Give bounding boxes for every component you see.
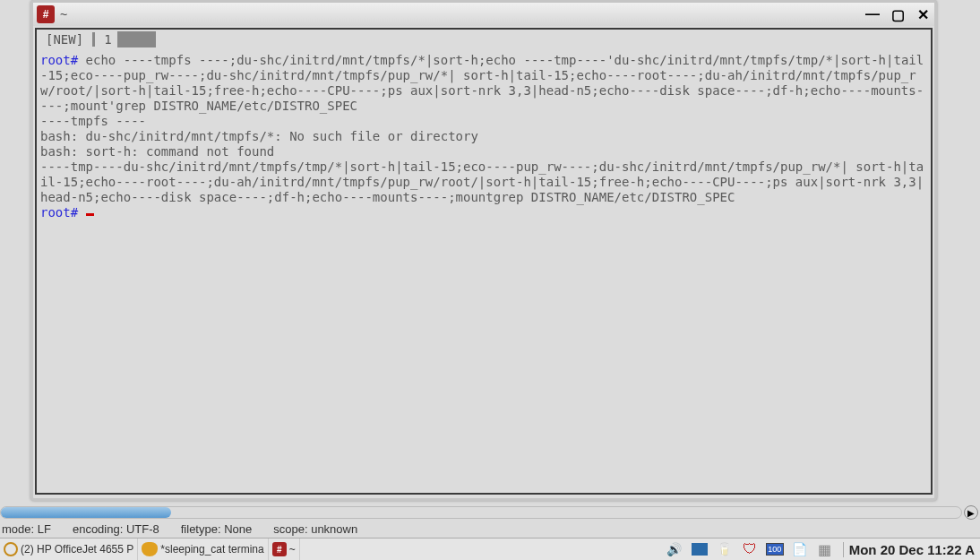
disk-icon[interactable]	[716, 541, 734, 557]
taskbar-item-terminal-2[interactable]: # ~	[269, 538, 300, 560]
status-mode: mode: LF	[2, 522, 51, 536]
scrollbar-thumb[interactable]	[1, 507, 171, 518]
terminal-icon: #	[272, 542, 287, 556]
close-button[interactable]: ✕	[915, 6, 931, 22]
tab-new-label: [NEW]	[40, 32, 89, 47]
app-icon: #	[37, 5, 55, 23]
system-tray: 100	[660, 541, 839, 557]
terminal-body[interactable]: root# echo ----tmpfs ----;du-shc/initrd/…	[37, 49, 931, 224]
taskbar-clock[interactable]: Mon 20 Dec 11:22 A	[843, 542, 980, 557]
battery-icon[interactable]: 100	[766, 541, 784, 557]
titlebar[interactable]: # ~ — ▢ ✕	[33, 3, 934, 26]
minimize-button[interactable]: —	[864, 6, 881, 22]
tab-number[interactable]: 1	[99, 32, 116, 47]
tab-active-indicator	[117, 31, 157, 47]
printer-icon	[4, 542, 18, 556]
taskbar-item-printer[interactable]: (2) HP OfficeJet 4655 P	[0, 538, 138, 560]
output-line-2: bash: du-shc/initrd/mnt/tmpfs/*: No such…	[40, 129, 478, 143]
volume-icon[interactable]	[666, 541, 683, 557]
taskbar: (2) HP OfficeJet 4655 P *sleeping_cat te…	[0, 538, 980, 560]
taskbar-item-label: *sleeping_cat termina	[160, 543, 263, 556]
command-line-1: echo ----tmpfs ----;du-shc/initrd/mnt/tm…	[40, 53, 924, 113]
prompt: root#	[40, 53, 78, 67]
editor-statusbar: mode: LF encoding: UTF-8 filetype: None …	[0, 521, 980, 538]
horizontal-scrollbar[interactable]: ▶	[0, 504, 980, 521]
settings-icon[interactable]	[816, 541, 834, 557]
output-line-4: ----tmp----du-shc/initrd/mnt/tmpfs/tmp/*…	[40, 159, 924, 204]
taskbar-item-terminal[interactable]: *sleeping_cat termina	[138, 538, 268, 560]
terminal-inner: [NEW] 1 root# echo ----tmpfs ----;du-shc…	[35, 28, 933, 495]
status-filetype: filetype: None	[181, 522, 253, 536]
maximize-button[interactable]: ▢	[890, 6, 906, 22]
output-line-1: ----tmpfs ----	[40, 114, 146, 128]
terminal-window: # ~ — ▢ ✕ [NEW] 1 root# echo ----tmpfs -…	[30, 0, 937, 501]
taskbar-item-label: ~	[289, 543, 296, 556]
window-title: ~	[60, 7, 859, 22]
network-icon[interactable]	[691, 541, 709, 557]
output-line-3: bash: sort-h: command not found	[40, 144, 274, 159]
status-scope: scope: unknown	[273, 522, 357, 536]
terminal-tabbar[interactable]: [NEW] 1	[37, 30, 931, 49]
status-encoding: encoding: UTF-8	[73, 522, 159, 536]
prompt-2: root#	[40, 205, 78, 220]
cursor	[86, 213, 94, 216]
tab-divider	[92, 32, 95, 47]
taskbar-item-label: (2) HP OfficeJet 4655 P	[21, 543, 133, 556]
firewall-icon[interactable]	[741, 541, 759, 557]
cat-icon	[142, 542, 158, 556]
scroll-right-button[interactable]: ▶	[964, 505, 978, 520]
window-controls: — ▢ ✕	[864, 6, 931, 22]
notes-icon[interactable]	[791, 541, 809, 557]
scrollbar-track[interactable]	[0, 506, 962, 519]
